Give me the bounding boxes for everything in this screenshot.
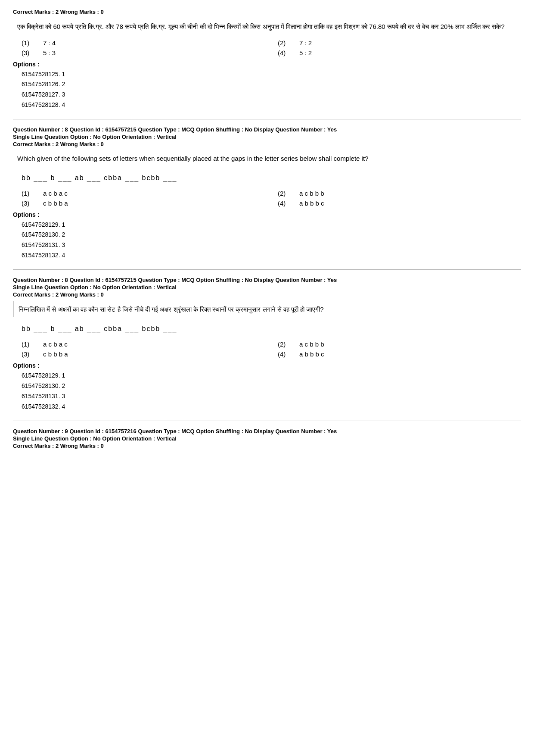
option-code-q8-eng-2: 61547528130. 2 (22, 230, 521, 240)
option-val-4: 5 : 2 (299, 49, 312, 56)
option-q8-eng-3: (3) c b b b a (22, 200, 265, 207)
option-num-q8-eng-3: (3) (22, 200, 34, 207)
option-3: (3) 5 : 3 (22, 49, 265, 56)
option-4: (4) 5 : 2 (278, 49, 521, 56)
section-q8-english: Question Number : 8 Question Id : 615475… (13, 126, 521, 261)
option-code-top-1: 61547528125. 1 (22, 69, 521, 80)
meta-line2-q8-hindi: Single Line Question Option : No Option … (13, 284, 521, 291)
options-label-q8-hindi: Options : (13, 362, 521, 369)
option-q8-eng-4: (4) a b b b c (278, 200, 521, 207)
option-code-q8-hindi-1: 61547528129. 1 (22, 371, 521, 381)
option-val-q8-eng-4: a b b b c (299, 200, 324, 207)
option-q8-hindi-2: (2) a c b b b (278, 341, 521, 348)
marks-q9: Correct Marks : 2 Wrong Marks : 0 (13, 443, 521, 449)
option-val-q8-eng-3: c b b b a (43, 200, 68, 207)
option-q8-hindi-3: (3) c b b b a (22, 350, 265, 358)
series-q8-hindi: bb ___ b ___ ab ___ cbba ___ bcbb ___ (22, 325, 521, 333)
option-q8-eng-1: (1) a c b a c (22, 190, 265, 197)
meta-line-q9: Question Number : 9 Question Id : 615475… (13, 428, 521, 434)
option-num-q8-hindi-3: (3) (22, 350, 34, 358)
meta-line2-q8-eng: Single Line Question Option : No Option … (13, 134, 521, 140)
option-val-q8-hindi-2: a c b b b (299, 341, 324, 348)
option-q8-hindi-4: (4) a b b b c (278, 350, 521, 358)
option-val-3: 5 : 3 (43, 49, 56, 56)
option-code-top-3: 61547528127. 3 (22, 90, 521, 100)
options-label-q8-eng: Options : (13, 211, 521, 218)
option-num-1: (1) (22, 39, 34, 47)
option-val-q8-eng-1: a c b a c (43, 190, 68, 197)
divider-2 (13, 269, 521, 270)
section-q9: Question Number : 9 Question Id : 615475… (13, 428, 521, 449)
option-num-q8-hindi-2: (2) (278, 341, 291, 348)
question-text-q8-hindi: निम्नलिखित में से अक्षरों का वह कौन सा स… (13, 301, 521, 318)
option-val-q8-eng-2: a c b b b (299, 190, 324, 197)
marks-q8-eng: Correct Marks : 2 Wrong Marks : 0 (13, 141, 521, 147)
option-code-q8-eng-3: 61547528131. 3 (22, 240, 521, 250)
meta-line2-q9: Single Line Question Option : No Option … (13, 435, 521, 442)
option-q8-hindi-1: (1) a c b a c (22, 341, 265, 348)
divider-1 (13, 119, 521, 119)
options-label-top: Options : (13, 61, 521, 68)
option-num-q8-hindi-1: (1) (22, 341, 34, 348)
question-text-q8-eng: Which given of the following sets of let… (13, 151, 521, 166)
option-2: (2) 7 : 2 (278, 39, 521, 47)
option-code-q8-hindi-3: 61547528131. 3 (22, 391, 521, 402)
option-code-q8-eng-1: 61547528129. 1 (22, 220, 521, 230)
question-text-hindi-top: एक विक्रेता को 60 रूपये प्रति कि.ग्र. और… (13, 19, 521, 35)
section-q8-hindi: Question Number : 8 Question Id : 615475… (13, 277, 521, 412)
marks-line-top: Correct Marks : 2 Wrong Marks : 0 (13, 9, 521, 15)
option-q8-eng-2: (2) a c b b b (278, 190, 521, 197)
option-num-q8-eng-2: (2) (278, 190, 291, 197)
meta-line-q8-hindi: Question Number : 8 Question Id : 615475… (13, 277, 521, 283)
option-val-2: 7 : 2 (299, 39, 312, 47)
option-val-1: 7 : 4 (43, 39, 56, 47)
option-val-q8-hindi-3: c b b b a (43, 350, 68, 358)
option-code-top-4: 61547528128. 4 (22, 100, 521, 110)
option-1: (1) 7 : 4 (22, 39, 265, 47)
section-top: Correct Marks : 2 Wrong Marks : 0 एक विक… (13, 9, 521, 110)
option-num-q8-eng-1: (1) (22, 190, 34, 197)
marks-q8-hindi: Correct Marks : 2 Wrong Marks : 0 (13, 291, 521, 298)
option-num-2: (2) (278, 39, 291, 47)
option-code-q8-eng-4: 61547528132. 4 (22, 250, 521, 261)
options-grid-q8-eng: (1) a c b a c (2) a c b b b (3) c b b b … (22, 190, 521, 207)
options-grid-top: (1) 7 : 4 (2) 7 : 2 (3) 5 : 3 (4) 5 : 2 (22, 39, 521, 56)
option-code-q8-hindi-4: 61547528132. 4 (22, 402, 521, 412)
option-num-3: (3) (22, 49, 34, 56)
option-val-q8-hindi-1: a c b a c (43, 341, 68, 348)
series-q8-eng: bb ___ b ___ ab ___ cbba ___ bcbb ___ (22, 174, 521, 182)
meta-line-q8-eng: Question Number : 8 Question Id : 615475… (13, 126, 521, 133)
option-code-top-2: 61547528126. 2 (22, 79, 521, 90)
option-num-q8-hindi-4: (4) (278, 350, 291, 358)
option-code-q8-hindi-2: 61547528130. 2 (22, 381, 521, 391)
option-val-q8-hindi-4: a b b b c (299, 350, 324, 358)
options-grid-q8-hindi: (1) a c b a c (2) a c b b b (3) c b b b … (22, 341, 521, 358)
option-num-4: (4) (278, 49, 291, 56)
divider-3 (13, 421, 521, 421)
option-num-q8-eng-4: (4) (278, 200, 291, 207)
